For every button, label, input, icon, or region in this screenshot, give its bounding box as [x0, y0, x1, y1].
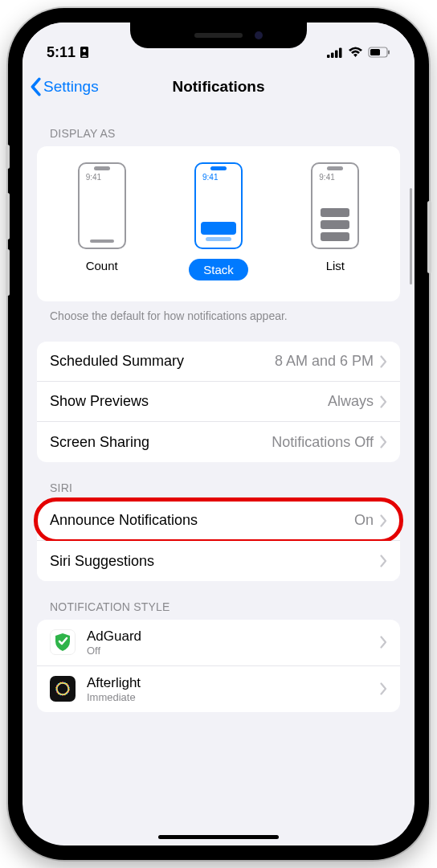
- display-option-label: Count: [86, 259, 118, 272]
- display-as-card: 9:41 Count 9:41 Stack: [37, 146, 400, 301]
- svg-rect-2: [327, 55, 330, 58]
- contact-card-icon: [79, 46, 90, 59]
- display-as-footer: Choose the default for how notifications…: [37, 301, 400, 327]
- chevron-right-icon: [380, 514, 387, 527]
- silent-switch: [6, 145, 10, 169]
- preview-count-icon: 9:41: [78, 162, 126, 249]
- general-settings-card: Scheduled Summary 8 AM and 6 PM Show Pre…: [37, 342, 400, 462]
- preview-list-icon: 9:41: [311, 162, 359, 249]
- preview-stack-icon: 9:41: [194, 162, 243, 249]
- siri-card: Announce Notifications On Siri Suggestio…: [37, 501, 400, 581]
- section-header-display-as: DISPLAY AS: [37, 108, 400, 146]
- home-indicator[interactable]: [158, 835, 279, 839]
- chevron-right-icon: [380, 436, 387, 448]
- svg-rect-5: [339, 47, 342, 58]
- screen: 5:11 Settings Notifications DISPLAY AS: [22, 23, 415, 845]
- chevron-left-icon: [29, 77, 42, 96]
- battery-icon: [368, 47, 390, 58]
- cellular-icon: [327, 47, 343, 58]
- wifi-icon: [348, 47, 363, 58]
- row-screen-sharing[interactable]: Screen Sharing Notifications Off: [37, 422, 400, 462]
- row-show-previews[interactable]: Show Previews Always: [37, 382, 400, 422]
- volume-down-button: [6, 249, 10, 296]
- svg-rect-4: [335, 50, 338, 58]
- back-button[interactable]: Settings: [29, 77, 99, 96]
- chevron-right-icon: [380, 395, 387, 408]
- display-option-label: List: [326, 259, 345, 272]
- section-header-siri: SIRI: [37, 462, 400, 501]
- svg-rect-3: [331, 52, 334, 58]
- status-time: 5:11: [47, 44, 76, 61]
- chevron-right-icon: [380, 355, 387, 368]
- row-announce-notifications[interactable]: Announce Notifications On: [37, 501, 400, 541]
- app-row-adguard[interactable]: AdGuard Off: [37, 620, 400, 666]
- display-option-stack[interactable]: 9:41 Stack: [161, 162, 276, 280]
- content[interactable]: DISPLAY AS 9:41 Count: [22, 108, 415, 842]
- volume-up-button: [6, 193, 10, 240]
- chevron-right-icon: [380, 682, 387, 695]
- notch: [130, 23, 307, 48]
- adguard-icon: [50, 629, 76, 655]
- page-title: Notifications: [172, 78, 264, 96]
- chevron-right-icon: [380, 555, 387, 567]
- phone-frame: 5:11 Settings Notifications DISPLAY AS: [8, 8, 429, 860]
- afterlight-icon: [50, 676, 76, 702]
- row-scheduled-summary[interactable]: Scheduled Summary 8 AM and 6 PM: [37, 342, 400, 382]
- chevron-right-icon: [380, 636, 387, 649]
- row-siri-suggestions[interactable]: Siri Suggestions: [37, 541, 400, 581]
- display-option-list[interactable]: 9:41 List: [277, 162, 393, 280]
- scroll-indicator[interactable]: [410, 188, 412, 285]
- svg-point-1: [83, 49, 86, 52]
- notif-style-card: AdGuard Off Afterlight Immediate: [37, 620, 400, 712]
- nav-bar: Settings Notifications: [22, 68, 415, 108]
- svg-rect-8: [388, 51, 390, 55]
- app-row-afterlight[interactable]: Afterlight Immediate: [37, 666, 400, 712]
- display-option-label-selected: Stack: [189, 259, 248, 280]
- svg-rect-7: [370, 49, 380, 55]
- display-option-count[interactable]: 9:41 Count: [44, 162, 160, 280]
- section-header-notif-style: NOTIFICATION STYLE: [37, 581, 400, 620]
- power-button: [427, 201, 431, 273]
- back-label: Settings: [43, 78, 99, 96]
